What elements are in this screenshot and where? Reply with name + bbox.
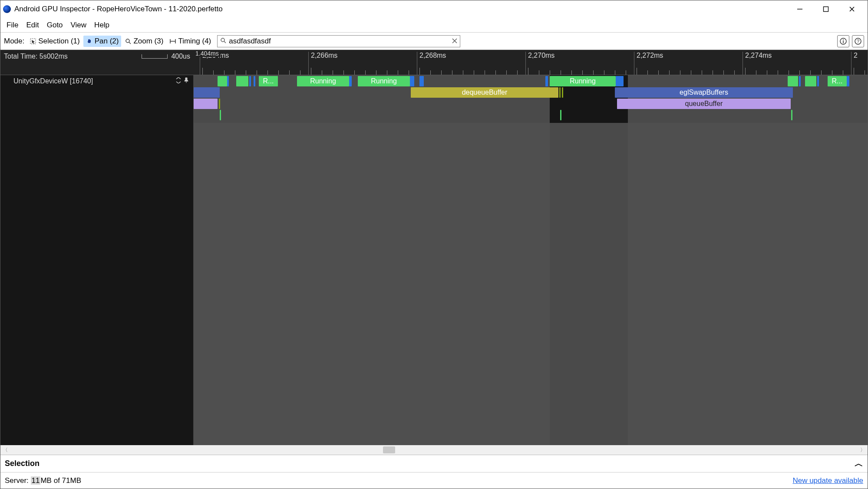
window-title: Android GPU Inspector - RopeHeroViceTown… <box>14 5 223 13</box>
timeline-event[interactable] <box>559 87 561 98</box>
timing-icon <box>169 38 176 45</box>
svg-point-15 <box>843 39 844 40</box>
menu-help[interactable]: Help <box>91 19 113 31</box>
timeline-event[interactable] <box>219 99 220 109</box>
timeline-event[interactable] <box>220 110 221 120</box>
horizontal-scrollbar[interactable]: 〈 〉 <box>0 445 868 455</box>
mode-zoom[interactable]: Zoom (3) <box>122 36 166 47</box>
timeline-event[interactable] <box>805 76 816 86</box>
menu-edit[interactable]: Edit <box>23 19 42 31</box>
timeline-event[interactable] <box>194 87 220 98</box>
search-field[interactable] <box>217 35 460 47</box>
svg-rect-1 <box>824 7 828 12</box>
svg-text:?: ? <box>857 39 859 44</box>
timeline-event[interactable] <box>254 76 255 86</box>
ruler-tick: 2,270ms <box>528 52 554 59</box>
scroll-right-icon[interactable]: 〉 <box>858 445 868 455</box>
event-running[interactable]: Running <box>550 76 616 86</box>
timeline-event[interactable] <box>410 76 414 86</box>
timeline-event[interactable] <box>817 76 819 86</box>
ruler-tick: 2,266ms <box>311 52 337 59</box>
timeline-event[interactable] <box>616 76 624 86</box>
svg-line-11 <box>224 41 226 43</box>
timeline-event[interactable] <box>562 87 563 98</box>
svg-point-10 <box>221 38 224 42</box>
mode-pan-label: Pan (2) <box>95 37 119 46</box>
selection-panel-header[interactable]: Selection ︿ <box>0 455 868 472</box>
timeline-view[interactable]: Total Time: 5s002ms 400us 2,264ms2,266ms… <box>0 50 868 445</box>
ruler-tick: 2 <box>854 52 858 59</box>
pan-icon <box>86 38 93 45</box>
timeline-event[interactable] <box>847 76 849 86</box>
mode-timing-label: Timing (4) <box>178 37 211 46</box>
timeline-event[interactable] <box>791 110 792 120</box>
help-button[interactable]: ? <box>852 35 864 47</box>
ruler-tick: 2,268ms <box>419 52 446 59</box>
event-running[interactable]: Running <box>358 76 410 86</box>
timeline-event[interactable] <box>788 76 798 86</box>
svg-rect-16 <box>843 40 844 43</box>
mode-timing[interactable]: Timing (4) <box>167 36 214 47</box>
track-name: UnityGfxDeviceW [16740] <box>13 77 93 85</box>
scale-indicator: 400us <box>142 53 190 60</box>
track-label-unity[interactable]: UnityGfxDeviceW [16740] <box>0 75 193 87</box>
selection-duration: 1.404ms <box>194 50 221 57</box>
chevron-up-icon[interactable]: ︿ <box>855 458 863 469</box>
event-dequeuebuffer[interactable]: dequeueBuffer <box>411 87 558 98</box>
menu-file[interactable]: File <box>3 19 22 31</box>
timeline-event[interactable] <box>419 76 424 86</box>
menu-goto[interactable]: Goto <box>43 19 66 31</box>
info-button[interactable] <box>837 35 849 47</box>
scroll-left-icon[interactable]: 〈 <box>0 445 10 455</box>
server-memory: Server: 11MB of 71MB <box>5 476 81 485</box>
mode-zoom-label: Zoom (3) <box>133 37 163 46</box>
search-icon <box>220 37 226 45</box>
minimize-button[interactable] <box>787 0 813 18</box>
mode-selection-label: Selection (1) <box>38 37 79 46</box>
timeline-event[interactable] <box>236 76 248 86</box>
event-eglswapbuffers[interactable]: eglSwapBuffers <box>615 87 793 98</box>
mode-pan[interactable]: Pan (2) <box>83 36 122 47</box>
event-queuebuffer[interactable]: queueBuffer <box>617 99 791 109</box>
menu-view[interactable]: View <box>67 19 90 31</box>
close-button[interactable] <box>839 0 865 18</box>
maximize-button[interactable] <box>813 0 839 18</box>
timeline-event[interactable] <box>194 99 218 109</box>
app-icon <box>3 5 11 13</box>
svg-point-5 <box>126 39 129 43</box>
collapse-icon[interactable] <box>176 77 181 85</box>
total-time-label: Total Time: 5s002ms <box>4 53 68 60</box>
timeline-event[interactable] <box>349 76 352 86</box>
event-running[interactable]: Running <box>297 76 349 86</box>
timeline-event[interactable] <box>545 76 548 86</box>
status-bar: Server: 11MB of 71MB New update availabl… <box>0 472 868 489</box>
timeline-event[interactable] <box>560 110 561 120</box>
zoom-icon <box>125 38 132 45</box>
ruler-tick: 2,274ms <box>745 52 772 59</box>
timeline-event[interactable] <box>227 76 229 86</box>
pin-icon[interactable] <box>184 77 189 85</box>
app-window: Android GPU Inspector - RopeHeroViceTown… <box>0 0 868 489</box>
ruler-tick: 2,272ms <box>637 52 663 59</box>
tracks-area[interactable]: R...RunningRunningRunningR...dequeueBuff… <box>194 75 868 445</box>
toolbar: Mode: Selection (1) Pan (2) Zoom (3) Tim… <box>0 33 868 50</box>
update-available-link[interactable]: New update available <box>792 476 863 485</box>
event-running[interactable]: R... <box>828 76 847 86</box>
scale-value: 400us <box>171 53 190 60</box>
title-bar: Android GPU Inspector - RopeHeroViceTown… <box>0 0 868 18</box>
timeline-event[interactable] <box>799 76 801 86</box>
event-running[interactable] <box>218 76 227 86</box>
timeline-event[interactable] <box>249 76 251 86</box>
track-labels: UnityGfxDeviceW [16740] <box>0 75 194 445</box>
event-running[interactable]: R... <box>259 76 278 86</box>
search-input[interactable] <box>218 36 460 47</box>
scroll-thumb[interactable] <box>383 446 395 453</box>
selection-icon <box>30 38 36 45</box>
selection-panel-title: Selection <box>5 459 40 468</box>
mode-label: Mode: <box>4 37 24 46</box>
mode-selection[interactable]: Selection (1) <box>27 36 82 47</box>
timeline-ruler: Total Time: 5s002ms 400us 2,264ms2,266ms… <box>0 50 868 75</box>
menu-bar: File Edit Goto View Help <box>0 18 868 33</box>
clear-search-icon[interactable] <box>452 38 457 45</box>
svg-line-6 <box>129 42 131 44</box>
